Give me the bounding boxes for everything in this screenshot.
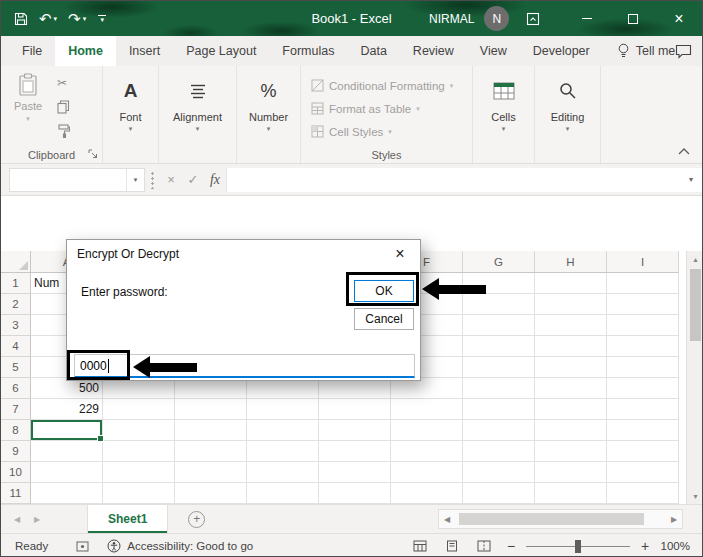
cell-g6[interactable] [463, 378, 535, 399]
cell-g9[interactable] [463, 441, 535, 462]
row-header-9[interactable]: 9 [1, 441, 31, 462]
save-icon[interactable] [9, 5, 33, 33]
horizontal-scroll-track[interactable] [455, 510, 666, 528]
cancel-button[interactable]: Cancel [354, 308, 414, 330]
cell-h2[interactable] [535, 294, 607, 315]
cell-h4[interactable] [535, 336, 607, 357]
zoom-in-icon[interactable]: + [634, 538, 656, 554]
cell-i10[interactable] [607, 462, 679, 483]
formula-bar-expand-icon[interactable]: ▾ [680, 168, 702, 192]
cell-e7[interactable] [319, 399, 391, 420]
page-break-view-icon[interactable] [468, 540, 500, 552]
normal-view-icon[interactable] [404, 540, 436, 552]
row-header-6[interactable]: 6 [1, 378, 31, 399]
cell-g10[interactable] [463, 462, 535, 483]
redo-dropdown-icon[interactable]: ▾ [83, 15, 87, 23]
tell-me-box[interactable]: Tell me [617, 36, 676, 66]
editing-group-button[interactable]: Editing ▾ [535, 66, 601, 163]
zoom-out-icon[interactable]: − [500, 538, 522, 554]
zoom-level[interactable]: 100% [656, 540, 702, 552]
cell-i2[interactable] [607, 294, 679, 315]
copy-icon[interactable] [57, 99, 75, 114]
minimize-button[interactable] [564, 1, 610, 36]
cut-icon[interactable]: ✂ [57, 75, 75, 90]
alignment-group-button[interactable]: Alignment ▾ [159, 66, 237, 163]
cell-b11[interactable] [103, 483, 175, 504]
close-button[interactable]: × [656, 1, 702, 36]
row-header-4[interactable]: 4 [1, 336, 31, 357]
name-box[interactable]: ▾ [9, 168, 145, 192]
cell-g8[interactable] [463, 420, 535, 441]
tab-view[interactable]: View [467, 36, 520, 66]
sheet-nav-left-icon[interactable]: ◀ [7, 515, 27, 524]
formula-input[interactable] [226, 168, 680, 192]
cell-e8[interactable] [319, 420, 391, 441]
vertical-scroll-thumb[interactable] [690, 269, 701, 341]
horizontal-scroll-thumb[interactable] [459, 513, 644, 525]
cell-f7[interactable] [391, 399, 463, 420]
cell-i11[interactable] [607, 483, 679, 504]
scroll-left-icon[interactable]: ◀ [439, 515, 455, 524]
paste-button[interactable]: Paste ▾ [7, 73, 49, 123]
cell-b10[interactable] [103, 462, 175, 483]
tab-formulas[interactable]: Formulas [269, 36, 347, 66]
number-group-button[interactable]: % Number ▾ [237, 66, 301, 163]
cell-h5[interactable] [535, 357, 607, 378]
name-box-dropdown-icon[interactable]: ▾ [126, 169, 144, 191]
cell-b6[interactable] [103, 378, 175, 399]
accessibility-status[interactable]: Accessibility: Good to go [107, 539, 253, 553]
cell-e10[interactable] [319, 462, 391, 483]
vertical-scrollbar[interactable]: ▲ ▼ [686, 251, 703, 504]
cell-g5[interactable] [463, 357, 535, 378]
column-header-h[interactable]: H [535, 251, 607, 273]
cell-styles-button[interactable]: Cell Styles▾ [311, 120, 472, 143]
column-header-i[interactable]: I [607, 251, 679, 273]
cell-a7[interactable]: 229 [31, 399, 103, 420]
horizontal-scrollbar[interactable]: ◀ ▶ [438, 509, 683, 529]
insert-function-icon[interactable]: fx [204, 168, 226, 192]
cell-f8[interactable] [391, 420, 463, 441]
macro-record-icon[interactable] [76, 541, 89, 552]
cells-group-button[interactable]: Cells ▾ [473, 66, 535, 163]
cell-g4[interactable] [463, 336, 535, 357]
customize-qat-icon[interactable]: ▾ [92, 5, 112, 33]
cell-d7[interactable] [247, 399, 319, 420]
row-header-2[interactable]: 2 [1, 294, 31, 315]
editing-dropdown-icon[interactable]: ▾ [566, 125, 570, 133]
cell-i1[interactable] [607, 273, 679, 294]
cell-i8[interactable] [607, 420, 679, 441]
scroll-up-icon[interactable]: ▲ [687, 251, 703, 267]
sheet-tab-sheet1[interactable]: Sheet1 [87, 505, 168, 533]
cell-i9[interactable] [607, 441, 679, 462]
cell-f6[interactable] [391, 378, 463, 399]
cell-a6[interactable]: 500 [31, 378, 103, 399]
cell-h6[interactable] [535, 378, 607, 399]
cell-e11[interactable] [319, 483, 391, 504]
cell-c7[interactable] [175, 399, 247, 420]
enter-entry-icon[interactable]: ✓ [182, 168, 204, 192]
scroll-right-icon[interactable]: ▶ [666, 515, 682, 524]
paste-dropdown-icon[interactable]: ▾ [26, 115, 30, 123]
cell-h1[interactable] [535, 273, 607, 294]
cell-d9[interactable] [247, 441, 319, 462]
conditional-formatting-button[interactable]: Conditional Formatting▾ [311, 74, 472, 97]
tab-file[interactable]: File [9, 36, 55, 66]
redo-icon[interactable]: ↷▾ [63, 5, 91, 33]
cell-c6[interactable] [175, 378, 247, 399]
cell-g1[interactable] [463, 273, 535, 294]
select-all-corner[interactable] [1, 251, 31, 273]
comments-icon[interactable] [675, 36, 692, 66]
cell-i5[interactable] [607, 357, 679, 378]
cell-a9[interactable] [31, 441, 103, 462]
row-header-5[interactable]: 5 [1, 357, 31, 378]
cell-h8[interactable] [535, 420, 607, 441]
page-layout-view-icon[interactable] [436, 540, 468, 552]
maximize-button[interactable] [610, 1, 656, 36]
cell-c11[interactable] [175, 483, 247, 504]
tab-insert[interactable]: Insert [116, 36, 173, 66]
cell-b9[interactable] [103, 441, 175, 462]
row-header-1[interactable]: 1 [1, 273, 31, 294]
cell-d6[interactable] [247, 378, 319, 399]
tab-data[interactable]: Data [347, 36, 399, 66]
cell-h11[interactable] [535, 483, 607, 504]
